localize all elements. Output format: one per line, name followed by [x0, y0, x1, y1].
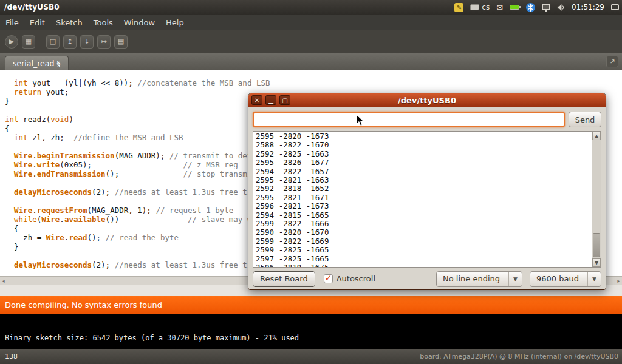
serial-line: 2599 -2822 -1666: [256, 220, 598, 228]
serial-line: 2594 -2822 -1657: [256, 167, 598, 176]
network-icon[interactable]: [542, 4, 550, 10]
tab-menu-button[interactable]: ↗: [606, 56, 618, 67]
serial-monitor-title: /dev/ttyUSB0: [248, 96, 606, 105]
autoscroll-checkbox[interactable]: [324, 274, 333, 283]
serial-monitor-controls: Reset Board Autoscroll No line ending ▼ …: [253, 271, 601, 287]
serial-monitor-titlebar[interactable]: /dev/ttyUSB0 ✕ ▁ ▢: [248, 93, 606, 107]
menu-item-window[interactable]: Window: [118, 16, 160, 30]
active-window-title: /dev/ttyUSB0: [0, 3, 60, 12]
menu-item-tools[interactable]: Tools: [88, 16, 118, 30]
serial-line: 2599 -2822 -1669: [256, 237, 598, 246]
serial-line: 2595 -2820 -1673: [256, 132, 598, 141]
scrollbar-up-icon[interactable]: ▲: [592, 132, 601, 140]
scroll-right-icon[interactable]: ▸: [617, 278, 620, 284]
serial-output[interactable]: 2595 -2820 -16732588 -2822 -16702592 -28…: [253, 131, 601, 268]
line-ending-value: No line ending: [437, 274, 508, 283]
volume-icon[interactable]: [557, 4, 565, 12]
serial-line: 2590 -2820 -1670: [256, 228, 598, 237]
battery-icon[interactable]: [510, 5, 519, 10]
tab-serial-read[interactable]: serial_read §: [5, 56, 69, 70]
serial-send-input[interactable]: [253, 112, 565, 127]
menu-item-file[interactable]: File: [0, 16, 24, 30]
baud-rate-dropdown[interactable]: 9600 baud ▼: [530, 271, 601, 287]
serial-line: 2596 -2819 -1675: [256, 263, 598, 268]
serial-line: 2595 -2821 -1663: [256, 176, 598, 184]
board-info: board: ATmega328P(A) @ 8 MHz (internal) …: [420, 352, 622, 360]
baud-rate-value: 9600 baud: [530, 274, 587, 283]
stop-button[interactable]: ▦: [22, 35, 35, 49]
line-ending-dropdown[interactable]: No line ending ▼: [436, 271, 522, 287]
toolbar: ▶▦□↥↧↦▤: [0, 30, 622, 53]
tab-bar: serial_read § ↗: [0, 53, 622, 70]
serial-line: 2597 -2825 -1665: [256, 255, 598, 263]
serial-line: 2595 -2826 -1677: [256, 158, 598, 167]
session-icon[interactable]: [611, 4, 619, 10]
scrollbar-down-icon[interactable]: ▼: [592, 258, 601, 267]
serial-monitor-window: /dev/ttyUSB0 ✕ ▁ ▢ Send 2595 -2820 -1673…: [248, 93, 606, 290]
menu-item-edit[interactable]: Edit: [24, 16, 50, 30]
top-panel: /dev/ttyUSB0 ✎ cs ✉ 01:51:29: [0, 0, 622, 15]
bluetooth-icon[interactable]: [526, 3, 535, 12]
upload-button[interactable]: ↦: [97, 35, 111, 49]
save-sketch-button[interactable]: ↧: [80, 35, 94, 49]
menu-item-sketch[interactable]: Sketch: [50, 16, 88, 30]
keyboard-layout-label: cs: [482, 3, 490, 12]
footer-status-bar: 138 board: ATmega328P(A) @ 8 MHz (intern…: [0, 349, 622, 364]
serial-line: 2588 -2822 -1670: [256, 141, 598, 149]
serial-line: 2594 -2815 -1665: [256, 211, 598, 220]
compile-status-message: Done compiling. No syntax errors found: [5, 300, 162, 309]
serial-monitor-button[interactable]: ▤: [114, 35, 128, 49]
line-number: 138: [0, 352, 18, 360]
edit-indicator-icon[interactable]: ✎: [454, 3, 463, 12]
console-output[interactable]: Binary sketch size: 6542 bytes (of a 307…: [0, 314, 622, 349]
scroll-left-icon[interactable]: ◂: [2, 278, 5, 284]
open-sketch-button[interactable]: ↥: [63, 35, 77, 49]
serial-line: 2592 -2825 -1663: [256, 150, 598, 158]
close-button[interactable]: ✕: [251, 95, 262, 105]
verify-button[interactable]: ▶: [5, 35, 18, 49]
serial-line: 2592 -2818 -1652: [256, 184, 598, 193]
keyboard-icon: [470, 4, 479, 10]
send-row: Send: [253, 112, 601, 127]
console-text: Binary sketch size: 6542 bytes (of a 307…: [5, 334, 299, 342]
scrollbar-thumb[interactable]: [593, 233, 600, 257]
tab-label: serial_read §: [13, 59, 61, 68]
autoscroll-label: Autoscroll: [337, 274, 375, 283]
clock[interactable]: 01:51:29: [572, 3, 604, 12]
system-tray: ✎ cs ✉ 01:51:29: [454, 3, 622, 12]
keyboard-indicator[interactable]: cs: [470, 3, 490, 12]
minimize-button[interactable]: ▁: [265, 95, 276, 105]
mail-icon[interactable]: ✉: [496, 3, 503, 12]
serial-output-scrollbar[interactable]: ▲ ▼: [592, 132, 601, 267]
maximize-button[interactable]: ▢: [279, 95, 290, 105]
code-line: int yout = (yl|(yh << 8)); //concatenate…: [5, 78, 622, 87]
new-sketch-button[interactable]: □: [46, 35, 60, 49]
reset-board-button[interactable]: Reset Board: [253, 271, 315, 287]
send-button[interactable]: Send: [569, 112, 601, 127]
window-buttons: ✕ ▁ ▢: [251, 95, 290, 105]
compile-status-bar: Done compiling. No syntax errors found: [0, 296, 622, 314]
menu-bar: FileEditSketchToolsWindowHelp: [0, 15, 622, 30]
menu-item-help[interactable]: Help: [160, 16, 190, 30]
chevron-down-icon[interactable]: ▼: [508, 272, 522, 286]
serial-line: 2599 -2825 -1665: [256, 246, 598, 254]
serial-line: 2595 -2821 -1671: [256, 194, 598, 202]
chevron-down-icon[interactable]: ▼: [587, 272, 601, 286]
serial-line: 2596 -2821 -1673: [256, 202, 598, 211]
toolbar-buttons: ▶▦□↥↧↦▤: [5, 35, 131, 49]
